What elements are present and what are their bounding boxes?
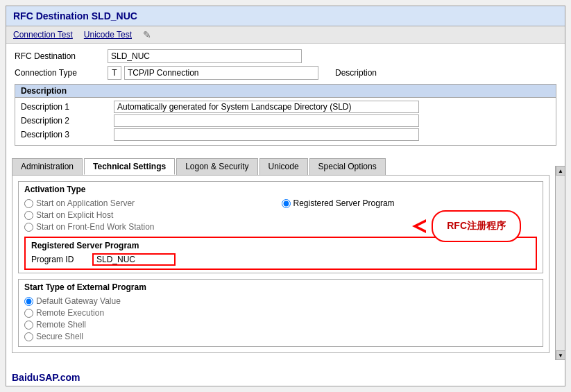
radio-secure-shell-label: Secure Shell — [36, 332, 83, 341]
radio-default-gateway-row: Default Gateway Value — [24, 296, 537, 306]
activation-radios-left: Start on Application Server Start on Exp… — [24, 198, 280, 234]
tab-administration[interactable]: Administration — [12, 158, 83, 175]
unicode-test-menu[interactable]: Unicode Test — [84, 30, 132, 40]
tab-unicode[interactable]: Unicode — [259, 158, 308, 175]
radio-application-server-row: Start on Application Server — [24, 198, 280, 208]
tab-content: Activation Type Start on Application Ser… — [12, 175, 549, 353]
tab-technical-settings-label: Technical Settings — [93, 162, 166, 171]
connection-test-menu[interactable]: Connection Test — [13, 30, 73, 40]
pencil-icon: ✎ — [143, 29, 151, 40]
radio-secure-shell[interactable] — [24, 332, 33, 341]
radio-registered[interactable] — [282, 199, 291, 208]
desc3-row: Description 3 — [21, 128, 550, 141]
tab-special-options-label: Special Options — [318, 162, 377, 171]
description-right-label: Description — [335, 68, 377, 78]
desc3-input[interactable] — [114, 128, 419, 141]
watermark-text: BaiduSAP.com — [12, 372, 80, 383]
radio-remote-shell-row: Remote Shell — [24, 320, 537, 330]
registered-server-title: Registered Server Program — [31, 241, 530, 250]
radio-frontend-row: Start on Front-End Work Station — [24, 222, 280, 232]
radio-application-server-label: Start on Application Server — [36, 198, 135, 208]
scroll-down-button[interactable]: ▼ — [556, 350, 565, 360]
radio-default-gateway-label: Default Gateway Value — [36, 296, 121, 306]
tab-logon-security-label: Logon & Security — [185, 162, 248, 171]
window-title: RFC Destination SLD_NUC — [13, 10, 137, 22]
desc2-input[interactable] — [114, 114, 419, 127]
speech-bubble-text: RFC注册程序 — [447, 220, 506, 231]
desc1-label: Description 1 — [21, 102, 111, 112]
rfc-destination-row: RFC Destination — [15, 49, 556, 63]
radio-explicit-host-label: Start on Explicit Host — [36, 210, 113, 220]
title-bar: RFC Destination SLD_NUC — [6, 6, 565, 26]
start-type-title: Start Type of External Program — [24, 282, 537, 292]
radio-remote-shell-label: Remote Shell — [36, 320, 86, 330]
tab-special-options[interactable]: Special Options — [309, 158, 386, 175]
scrollbar[interactable]: ▲ ▼ — [555, 166, 565, 360]
form-area: RFC Destination Connection Type Descript… — [6, 44, 565, 151]
tab-unicode-label: Unicode — [269, 162, 299, 171]
radio-remote-shell[interactable] — [24, 321, 33, 330]
radio-secure-shell-row: Secure Shell — [24, 332, 537, 341]
description-section: Description 1 Description 2 Description … — [15, 97, 556, 146]
tab-technical-settings[interactable]: Technical Settings — [84, 158, 175, 175]
menu-bar: Connection Test Unicode Test ✎ — [6, 26, 565, 44]
radio-application-server[interactable] — [24, 199, 33, 208]
connection-type-label: Connection Type — [15, 68, 105, 78]
radio-explicit-host[interactable] — [24, 211, 33, 220]
connection-type-code-input[interactable] — [108, 66, 121, 80]
desc2-row: Description 2 — [21, 114, 550, 127]
radio-remote-execution[interactable] — [24, 309, 33, 318]
desc3-label: Description 3 — [21, 130, 111, 139]
radio-remote-execution-row: Remote Execution — [24, 308, 537, 318]
radio-remote-execution-label: Remote Execution — [36, 308, 104, 318]
desc1-input[interactable] — [114, 101, 419, 113]
tab-logon-security[interactable]: Logon & Security — [176, 158, 257, 175]
tab-administration-label: Administration — [21, 162, 74, 171]
connection-type-row: Connection Type Description — [15, 66, 556, 80]
radio-registered-label: Registered Server Program — [293, 198, 395, 208]
radio-frontend[interactable] — [24, 223, 33, 232]
scroll-up-button[interactable]: ▲ — [556, 166, 565, 176]
description-section-header: Description — [15, 84, 556, 97]
speech-bubble: RFC注册程序 — [432, 210, 521, 242]
program-id-label: Program ID — [31, 255, 87, 264]
radio-frontend-label: Start on Front-End Work Station — [36, 222, 155, 232]
start-type-section: Start Type of External Program Default G… — [18, 279, 543, 347]
activation-type-title: Activation Type — [24, 185, 537, 194]
desc2-label: Description 2 — [21, 116, 111, 126]
radio-explicit-host-row: Start on Explicit Host — [24, 210, 280, 220]
watermark: BaiduSAP.com — [12, 372, 80, 383]
connection-type-value-input[interactable] — [124, 66, 318, 80]
rfc-destination-input[interactable] — [108, 49, 302, 63]
radio-registered-row: Registered Server Program — [282, 198, 538, 208]
tabs-container: Administration Technical Settings Logon … — [12, 158, 559, 175]
radio-default-gateway[interactable] — [24, 297, 33, 306]
rfc-destination-label: RFC Destination — [15, 51, 105, 61]
program-id-row: Program ID — [31, 253, 530, 266]
program-id-input[interactable] — [92, 253, 176, 266]
desc1-row: Description 1 — [21, 101, 550, 113]
